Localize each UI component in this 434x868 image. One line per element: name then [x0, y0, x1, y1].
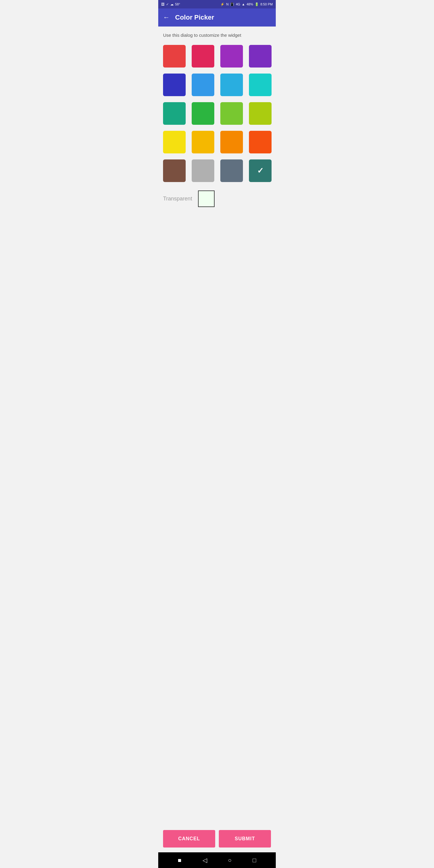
back-nav-icon[interactable]: ◁	[203, 857, 207, 864]
back-button[interactable]: ←	[163, 13, 170, 22]
color-swatch-deep-orange[interactable]	[249, 131, 272, 153]
color-swatch-cyan[interactable]	[249, 73, 272, 96]
time: 8:50 PM	[260, 2, 273, 6]
check-icon: ✓	[166, 2, 169, 6]
cloud-icon: ☁	[170, 2, 174, 6]
color-swatch-gray[interactable]	[192, 159, 214, 182]
vibrate-icon: 📳	[230, 2, 234, 6]
bluetooth-icon: ⚡	[220, 2, 224, 6]
color-swatch-yellow-green[interactable]	[249, 102, 272, 125]
color-swatch-purple-mid[interactable]	[220, 45, 243, 67]
color-swatch-blue[interactable]	[192, 73, 214, 96]
content-area: Use this dialog to customize the widget …	[158, 27, 276, 825]
lte-icon: 4G	[236, 2, 240, 6]
stop-icon[interactable]: ■	[178, 857, 181, 864]
nfc-icon: N	[226, 2, 228, 6]
app-title: Color Picker	[175, 13, 214, 22]
color-grid	[163, 45, 271, 182]
color-swatch-brown[interactable]	[163, 159, 186, 182]
transparent-swatch[interactable]	[198, 190, 215, 207]
button-row: CANCEL SUBMIT	[158, 825, 276, 852]
subtitle: Use this dialog to customize the widget	[163, 33, 271, 38]
color-swatch-teal[interactable]	[163, 102, 186, 125]
color-swatch-red[interactable]	[163, 45, 186, 67]
color-swatch-crimson[interactable]	[192, 45, 214, 67]
nav-bar: ■ ◁ ○ □	[158, 852, 276, 868]
color-swatch-lime-green[interactable]	[220, 102, 243, 125]
battery: 48%	[247, 2, 253, 6]
color-swatch-light-blue[interactable]	[220, 73, 243, 96]
color-swatch-green[interactable]	[192, 102, 214, 125]
app-bar: ← Color Picker	[158, 8, 276, 27]
color-swatch-amber[interactable]	[192, 131, 214, 153]
color-swatch-indigo[interactable]	[163, 73, 186, 96]
color-swatch-purple[interactable]	[249, 45, 272, 67]
transparent-label: Transparent	[163, 195, 192, 202]
temperature: 58°	[175, 2, 180, 6]
color-swatch-orange[interactable]	[220, 131, 243, 153]
color-swatch-yellow[interactable]	[163, 131, 186, 153]
color-swatch-blue-gray[interactable]	[220, 159, 243, 182]
status-right: ⚡ N 📳 4G ▲ 48% 🔋 8:50 PM	[220, 2, 273, 6]
status-bar: 🖼 ✓ ☁ 58° ⚡ N 📳 4G ▲ 48% 🔋 8:50 PM	[158, 0, 276, 8]
transparent-section: Transparent	[163, 190, 271, 207]
signal-icon: ▲	[242, 2, 245, 6]
color-swatch-dark-teal[interactable]	[249, 159, 272, 182]
home-icon[interactable]: ○	[228, 857, 231, 864]
submit-button[interactable]: SUBMIT	[219, 830, 271, 847]
cancel-button[interactable]: CANCEL	[163, 830, 215, 847]
status-left: 🖼 ✓ ☁ 58°	[161, 2, 180, 6]
battery-icon: 🔋	[255, 2, 259, 6]
recents-icon[interactable]: □	[253, 857, 256, 864]
photo-icon: 🖼	[161, 2, 164, 6]
